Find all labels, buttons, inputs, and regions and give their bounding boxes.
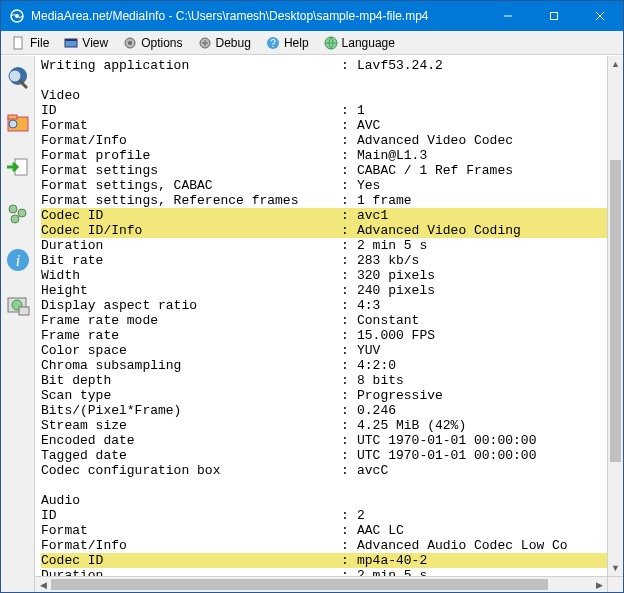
sidebar-open-file-icon[interactable] <box>4 62 32 90</box>
options-icon <box>122 35 138 51</box>
info-value: Main@L1.3 <box>357 148 427 163</box>
horizontal-scrollbar[interactable]: ◀ ▶ <box>35 576 607 592</box>
info-label: Format <box>41 523 341 538</box>
minimize-button[interactable] <box>485 1 531 31</box>
info-label: ID <box>41 508 341 523</box>
info-value: 320 pixels <box>357 268 435 283</box>
scroll-up-arrow-icon[interactable]: ▲ <box>608 56 623 72</box>
info-value: Constant <box>357 313 419 328</box>
info-row-video-4: Format settings: CABAC / 1 Ref Frames <box>41 163 607 178</box>
info-row-video-23: Tagged date: UTC 1970-01-01 00:00:00 <box>41 448 607 463</box>
menu-view[interactable]: View <box>57 33 114 53</box>
info-label: Display aspect ratio <box>41 298 341 313</box>
info-row-video-14: Frame rate mode: Constant <box>41 313 607 328</box>
colon: : <box>341 418 357 433</box>
info-label: Width <box>41 268 341 283</box>
menu-debug[interactable]: Debug <box>191 33 257 53</box>
colon: : <box>341 553 357 568</box>
colon: : <box>341 508 357 523</box>
vscroll-thumb[interactable] <box>610 160 621 463</box>
info-row-video-10: Bit rate: 283 kb/s <box>41 253 607 268</box>
colon: : <box>341 568 357 576</box>
info-value: 283 kb/s <box>357 253 419 268</box>
info-label: Format/Info <box>41 538 341 553</box>
scroll-left-arrow-icon[interactable]: ◀ <box>35 577 51 592</box>
info-label: Stream size <box>41 418 341 433</box>
info-label: Bits/(Pixel*Frame) <box>41 403 341 418</box>
colon: : <box>341 208 357 223</box>
info-label: Duration <box>41 238 341 253</box>
colon: : <box>341 358 357 373</box>
colon: : <box>341 388 357 403</box>
colon: : <box>341 403 357 418</box>
info-label: Format profile <box>41 148 341 163</box>
close-button[interactable] <box>577 1 623 31</box>
info-value: Advanced Video Coding <box>357 223 521 238</box>
help-icon: ? <box>265 35 281 51</box>
info-row-video-3: Format profile: Main@L1.3 <box>41 148 607 163</box>
svg-point-24 <box>11 215 19 223</box>
window-controls <box>485 1 623 31</box>
hscroll-thumb[interactable] <box>51 579 548 590</box>
sidebar-options-icon[interactable] <box>4 200 32 228</box>
menu-language-label: Language <box>342 36 395 50</box>
info-value: UTC 1970-01-01 00:00:00 <box>357 448 536 463</box>
blank-line <box>41 478 607 493</box>
menu-help-label: Help <box>284 36 309 50</box>
blank-line <box>41 73 607 88</box>
hscroll-track[interactable] <box>51 577 591 592</box>
info-row-video-6: Format settings, Reference frames: 1 fra… <box>41 193 607 208</box>
maximize-button[interactable] <box>531 1 577 31</box>
info-label: Format settings, CABAC <box>41 178 341 193</box>
sidebar-import-icon[interactable] <box>4 154 32 182</box>
colon: : <box>341 523 357 538</box>
svg-point-22 <box>9 205 17 213</box>
colon: : <box>341 58 357 73</box>
svg-rect-3 <box>551 13 558 20</box>
sidebar-web-icon[interactable] <box>4 292 32 320</box>
info-value: 8 bits <box>357 373 404 388</box>
info-row-video-19: Scan type: Progressive <box>41 388 607 403</box>
content-area[interactable]: Writing application: Lavf53.24.2VideoID:… <box>35 56 607 576</box>
info-label: Height <box>41 283 341 298</box>
svg-point-10 <box>128 41 132 45</box>
vertical-scrollbar[interactable]: ▲ ▼ <box>607 56 623 576</box>
menu-file[interactable]: File <box>5 33 55 53</box>
info-label: Format/Info <box>41 133 341 148</box>
scroll-corner <box>607 576 623 592</box>
scroll-down-arrow-icon[interactable]: ▼ <box>608 560 623 576</box>
app-window: MediaArea.net/MediaInfo - C:\Users\rames… <box>0 0 624 593</box>
titlebar[interactable]: MediaArea.net/MediaInfo - C:\Users\rames… <box>1 1 623 31</box>
menu-options-label: Options <box>141 36 182 50</box>
menu-language[interactable]: Language <box>317 33 401 53</box>
language-icon <box>323 35 339 51</box>
menu-help[interactable]: ? Help <box>259 33 315 53</box>
colon: : <box>341 193 357 208</box>
info-value: 2 min 5 s <box>357 238 427 253</box>
info-row-writing-app: Writing application: Lavf53.24.2 <box>41 58 607 73</box>
colon: : <box>341 133 357 148</box>
colon: : <box>341 463 357 478</box>
vscroll-track[interactable] <box>608 72 623 560</box>
menu-options[interactable]: Options <box>116 33 188 53</box>
svg-text:?: ? <box>270 38 276 49</box>
info-label: Tagged date <box>41 448 341 463</box>
info-row-video-9: Duration: 2 min 5 s <box>41 238 607 253</box>
colon: : <box>341 373 357 388</box>
client-area: i Writing application: Lavf53.24.2VideoI… <box>1 55 623 592</box>
info-value: 0.246 <box>357 403 396 418</box>
info-value: CABAC / 1 Ref Frames <box>357 163 513 178</box>
scroll-right-arrow-icon[interactable]: ▶ <box>591 577 607 592</box>
info-row-video-20: Bits/(Pixel*Frame): 0.246 <box>41 403 607 418</box>
info-label: Color space <box>41 343 341 358</box>
sidebar-folder-icon[interactable] <box>4 108 32 136</box>
content-wrap: Writing application: Lavf53.24.2VideoID:… <box>35 56 623 592</box>
info-value: 4.25 MiB (42%) <box>357 418 466 433</box>
sidebar-info-icon[interactable]: i <box>4 246 32 274</box>
info-row-video-13: Display aspect ratio: 4:3 <box>41 298 607 313</box>
colon: : <box>341 313 357 328</box>
svg-rect-8 <box>65 39 77 41</box>
colon: : <box>341 178 357 193</box>
svg-rect-29 <box>19 307 29 315</box>
info-label: Chroma subsampling <box>41 358 341 373</box>
